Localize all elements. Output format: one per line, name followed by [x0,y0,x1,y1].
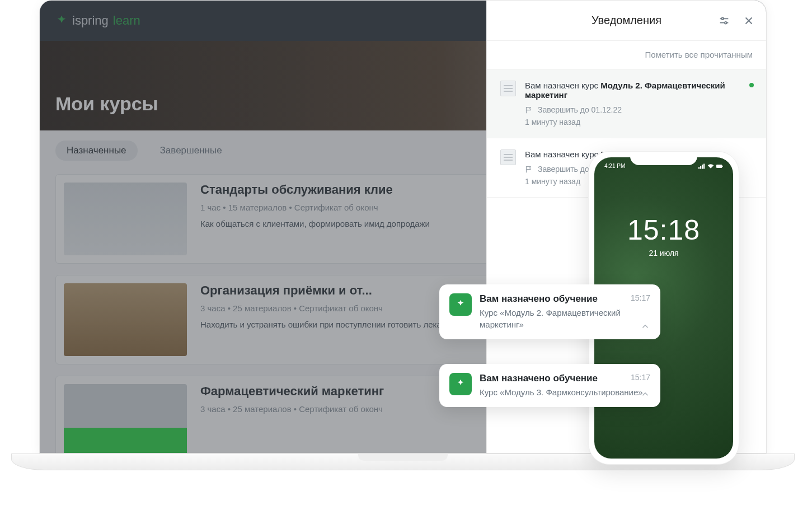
mark-all-read-link[interactable]: Пометить все прочитанным [645,50,753,59]
course-info: Стандарты обслуживания клие 1 час • 15 м… [200,183,430,231]
notifications-title: Уведомления [592,14,661,27]
notification-body: Вам назначен курс Модуль 2. Фармацевтиче… [525,81,753,127]
svg-point-2 [721,17,724,20]
notifications-subheader: Пометить все прочитанным [487,41,766,69]
chevron-up-icon[interactable] [640,321,650,331]
settings-icon[interactable] [718,15,730,27]
course-thumbnail [64,183,187,255]
push-body: Вам назначено обучение Курс «Модуль 3. Ф… [480,373,650,398]
push-text: Курс «Модуль 3. Фармконсультирование» [480,386,650,398]
ispring-icon [454,378,467,390]
notification-due: Завершить до 01.12.22 [525,105,753,114]
course-meta: 3 часа • 25 материалов • Сертификат об о… [200,404,384,414]
course-title: Стандарты обслуживания клие [200,183,430,197]
ispring-icon [454,298,467,311]
document-icon [500,149,516,165]
chevron-up-icon[interactable] [640,389,650,399]
svg-rect-9 [703,163,705,169]
ispring-logo-icon [55,15,68,27]
app-icon [449,373,472,395]
tab-completed[interactable]: Завершенные [149,141,233,161]
course-info: Фармацевтический маркетинг 3 часа • 25 м… [200,384,384,419]
notification-prefix: Вам назначен курс [525,81,600,90]
svg-point-3 [725,21,727,24]
push-notification[interactable]: Вам назначено обучение Курс «Модуль 2. Ф… [439,284,660,339]
phone-date: 21 июля [594,249,733,258]
push-title: Вам назначено обучение [480,293,650,305]
notification-prefix: Вам назначен курс [525,149,600,159]
brand-name: ispring [72,13,109,28]
brand-logo[interactable]: ispring learn [55,13,140,28]
notifications-header: Уведомления [487,1,766,41]
signal-icon [698,163,705,169]
svg-rect-8 [702,165,703,169]
app-icon [449,293,472,316]
notification-time: 1 минуту назад [525,118,753,127]
phone-time: 15:18 [594,214,733,246]
push-text: Курс «Модуль 2. Фармацевтический маркети… [480,307,650,330]
statusbar-time: 4:21 PM [604,163,625,169]
tab-assigned[interactable]: Назначенные [55,141,138,161]
push-time: 15:17 [631,373,650,382]
phone-lockscreen-clock: 15:18 21 июля [594,214,733,258]
push-body: Вам назначено обучение Курс «Модуль 2. Ф… [480,293,650,330]
push-time: 15:17 [631,293,650,302]
phone-notch [630,152,697,165]
flag-icon [525,165,533,174]
push-notification[interactable]: Вам назначено обучение Курс «Модуль 3. Ф… [439,364,660,407]
close-icon[interactable] [743,15,755,27]
course-thumbnail [64,283,187,356]
svg-rect-11 [722,165,723,166]
notification-due-text: Завершить до 01.12.22 [538,105,622,114]
wifi-icon [707,163,714,169]
battery-icon [716,163,723,169]
notification-item[interactable]: Вам назначен курс Модуль 2. Фармацевтиче… [487,69,766,138]
brand-suffix: learn [113,13,140,28]
document-icon [500,81,516,96]
svg-rect-6 [698,167,700,169]
course-meta: 1 час • 15 материалов • Сертификат об ок… [200,203,430,212]
push-title: Вам назначено обучение [480,373,650,384]
statusbar-right [698,163,723,169]
flag-icon [525,106,533,114]
laptop-notch [358,454,448,461]
unread-dot-icon [749,83,754,87]
course-thumbnail [64,384,187,453]
page-title: Мои курсы [55,93,158,115]
svg-rect-10 [716,165,722,168]
course-description: Как общаться с клиентами, формировать им… [200,218,430,231]
course-title: Фармацевтический маркетинг [200,384,384,399]
svg-rect-7 [700,166,701,169]
